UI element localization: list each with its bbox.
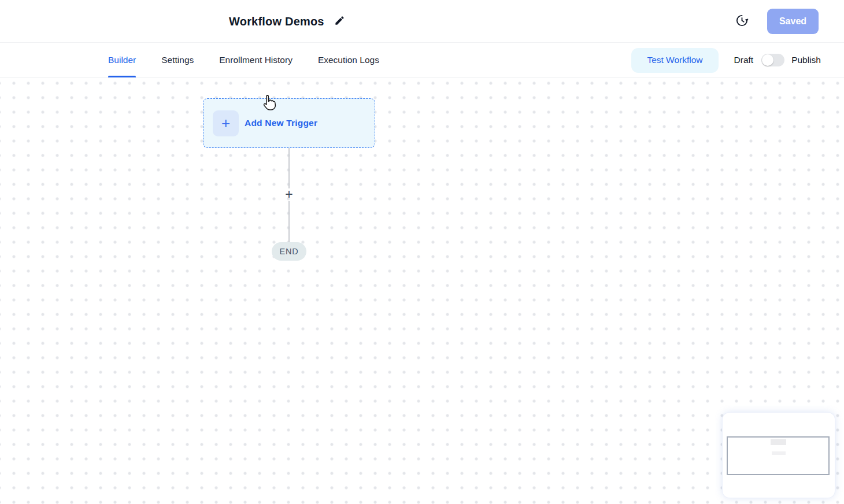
pencil-icon bbox=[334, 15, 345, 28]
minimap[interactable] bbox=[723, 413, 835, 498]
connector-line-bottom bbox=[288, 201, 290, 242]
tab-enrollment-history[interactable]: Enrollment History bbox=[219, 43, 293, 77]
end-node: END bbox=[272, 242, 306, 261]
minimap-trigger-node bbox=[771, 439, 786, 445]
tab-execution-logs[interactable]: Execution Logs bbox=[318, 43, 379, 77]
edit-title-button[interactable] bbox=[334, 15, 346, 28]
tab-builder[interactable]: Builder bbox=[108, 43, 136, 77]
publish-label: Publish bbox=[791, 55, 821, 65]
publish-toggle-knob bbox=[762, 54, 773, 66]
top-header: Workflow Demos Saved bbox=[0, 0, 844, 43]
minimap-viewport[interactable] bbox=[727, 436, 830, 475]
add-new-trigger-label: Add New Trigger bbox=[245, 118, 317, 128]
draft-label: Draft bbox=[734, 55, 754, 65]
history-icon bbox=[735, 14, 749, 29]
tab-list: Builder Settings Enrollment History Exec… bbox=[108, 43, 379, 77]
connector-line-top bbox=[288, 148, 290, 188]
tab-settings[interactable]: Settings bbox=[161, 43, 194, 77]
tabbar-actions: Test Workflow Draft Publish bbox=[631, 43, 821, 77]
version-history-button[interactable] bbox=[735, 14, 749, 28]
page-title: Workflow Demos bbox=[229, 15, 324, 28]
minimap-end-node bbox=[772, 451, 786, 455]
add-step-button[interactable]: + bbox=[282, 187, 296, 201]
workflow-title-group: Workflow Demos bbox=[229, 0, 346, 43]
workflow-tabbar: Builder Settings Enrollment History Exec… bbox=[0, 43, 844, 77]
save-button[interactable]: Saved bbox=[767, 9, 819, 34]
header-actions: Saved bbox=[735, 0, 819, 43]
plus-icon: + bbox=[213, 110, 239, 136]
add-new-trigger-button[interactable]: + Add New Trigger bbox=[203, 98, 375, 148]
test-workflow-button[interactable]: Test Workflow bbox=[631, 48, 718, 73]
workflow-canvas[interactable]: + Add New Trigger + END bbox=[0, 77, 844, 504]
publish-toggle[interactable] bbox=[761, 54, 784, 66]
